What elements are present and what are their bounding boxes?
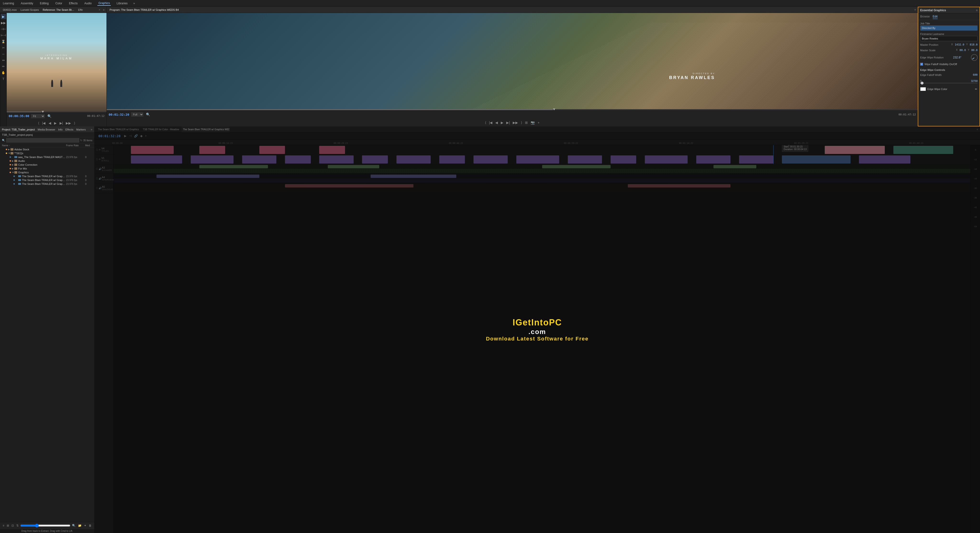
eg-position-x-value[interactable]: 1432.0 xyxy=(955,43,964,46)
clip-title-4[interactable] xyxy=(319,146,345,154)
eg-position-y-value[interactable]: 818.0 xyxy=(970,43,978,46)
project-search-input[interactable] xyxy=(6,138,79,142)
clip-broll-16[interactable] xyxy=(859,155,910,164)
src-play[interactable]: ▶ xyxy=(53,121,57,125)
tree-item-graphics-seq3[interactable]: The Seam Btwn TRAILER w/ Graphics REVISE… xyxy=(0,182,94,186)
footer-freeform-view[interactable]: ⊡ xyxy=(11,524,14,527)
source-tab-lumetri[interactable]: Lumetri Scopes xyxy=(20,8,40,11)
prog-step-back[interactable]: |◀ xyxy=(488,121,493,124)
clip-broll-3[interactable] xyxy=(242,155,276,164)
project-refresh-icon[interactable]: ↻ xyxy=(80,139,82,142)
footer-new-bin[interactable]: 📁 xyxy=(77,524,82,527)
footer-zoom-slider[interactable] xyxy=(20,523,70,528)
eg-rotation-dial[interactable] xyxy=(971,54,978,61)
src-step-back[interactable]: |◀ xyxy=(41,121,46,125)
footer-clear[interactable]: 🗑 xyxy=(88,524,92,527)
menu-libraries[interactable]: Libraries xyxy=(116,1,129,5)
eg-panel-menu[interactable]: ≡ xyxy=(976,9,978,12)
prog-mark-out[interactable]: ⟩ xyxy=(520,121,523,124)
eg-tab-edit[interactable]: Edit xyxy=(932,14,938,19)
project-tab-info[interactable]: Info xyxy=(58,128,62,131)
source-timecode[interactable]: 00:00:35:00 xyxy=(9,114,29,118)
program-timecode[interactable]: 00:01:32:20 xyxy=(109,113,129,116)
clip-broll-8[interactable] xyxy=(439,155,465,164)
source-timeline-bar[interactable] xyxy=(7,112,107,112)
audio-clip-a1-4[interactable] xyxy=(713,165,756,168)
audio-clip-a1-1[interactable] xyxy=(199,165,268,168)
eg-wipe-falloff-checkbox[interactable]: ✓ xyxy=(920,63,923,65)
menu-audio[interactable]: Audio xyxy=(83,1,93,5)
source-tabs-more[interactable]: » xyxy=(99,8,100,11)
eg-color-swatch[interactable] xyxy=(920,87,926,91)
tool-slip[interactable]: ↔ xyxy=(1,51,6,56)
src-mark-in[interactable]: ⟨ xyxy=(37,121,40,125)
menu-color[interactable]: Color xyxy=(54,1,63,5)
source-zoom-in[interactable]: 🔍 xyxy=(47,114,52,118)
source-fit-select[interactable]: Fit 25% 50% 100% xyxy=(31,114,45,118)
prog-add-marker[interactable]: + xyxy=(537,121,540,124)
timeline-tab-1[interactable]: The Seam Btwn TRAILER w/ Graphics xyxy=(96,126,140,132)
prog-mark-in[interactable]: ⟨ xyxy=(484,121,487,124)
prog-next-frame[interactable]: ▶| xyxy=(506,121,511,124)
tree-item-audio[interactable]: ▶ Audio xyxy=(0,159,94,163)
src-next-frame[interactable]: ▶| xyxy=(59,121,64,125)
tool-razor[interactable]: ✂ xyxy=(1,45,6,50)
prog-step-fwd[interactable]: ▶▶ xyxy=(512,121,519,124)
footer-sort[interactable]: ⇅ xyxy=(16,524,19,527)
timeline-timecode[interactable]: 00:01:32:20 xyxy=(98,134,121,138)
src-step-fwd[interactable]: ▶▶ xyxy=(65,121,72,125)
tl-tool-ripple[interactable]: ⊣ xyxy=(128,134,132,138)
tree-item-for-mix[interactable]: ▶ For Mix xyxy=(0,167,94,171)
project-tab-effects[interactable]: Effects xyxy=(65,128,73,131)
clip-title-1[interactable] xyxy=(131,146,174,154)
clip-broll-15[interactable] xyxy=(739,155,773,164)
eg-falloff-slider[interactable] xyxy=(920,83,978,83)
clip-broll-6[interactable] xyxy=(362,155,388,164)
project-panel-menu[interactable]: » xyxy=(91,128,92,131)
prog-prev-frame[interactable]: ◀ xyxy=(495,121,499,124)
menu-learning[interactable]: Learning xyxy=(2,1,15,5)
source-tab-reference[interactable]: Reference: The Seam Btwn TRAILER w/ Grap… xyxy=(42,8,75,11)
eg-edge-falloff-width-value[interactable]: 600 xyxy=(973,73,978,77)
src-prev-frame[interactable]: ◀ xyxy=(48,121,52,125)
source-tab-effects[interactable]: Effe xyxy=(77,8,84,11)
track-a3-icon1[interactable]: ☐ xyxy=(96,187,98,189)
source-tab-mov[interactable]: 00402).mov xyxy=(2,8,18,11)
program-timeline-bar[interactable] xyxy=(107,109,918,110)
menu-assembly[interactable]: Assembly xyxy=(20,1,34,5)
clip-broll-7[interactable] xyxy=(396,155,431,164)
track-v2-icon2[interactable]: 👁 xyxy=(99,148,101,151)
timeline-tab-2[interactable]: TSB TRAILER for Color - Meadow xyxy=(142,126,181,132)
tool-rolling-edit[interactable]: ⊢⊣ xyxy=(1,33,6,38)
tree-item-trailer-master[interactable]: aaa_The Seam Btwn TRAILER MASTER 23.976 … xyxy=(0,155,94,159)
src-mark-out[interactable]: ⟩ xyxy=(73,121,76,125)
source-panel-menu[interactable]: ≡ xyxy=(103,8,105,11)
track-v2-icon1[interactable]: ☐ xyxy=(96,148,98,151)
project-tab-mediabrowser[interactable]: Media Browser xyxy=(38,128,55,131)
footer-new-item[interactable]: ✦ xyxy=(83,524,87,527)
track-a2-icon1[interactable]: ☐ xyxy=(96,177,98,180)
clip-title-5[interactable] xyxy=(825,146,885,154)
audio-clip-a2-1[interactable] xyxy=(156,174,259,178)
program-zoom-in[interactable]: 🔍 xyxy=(145,113,151,116)
tl-tool-add[interactable]: + xyxy=(144,134,148,138)
clip-title-3[interactable] xyxy=(259,146,285,154)
tool-slide[interactable]: ⇔ xyxy=(1,57,6,63)
clip-broll-active[interactable] xyxy=(782,155,850,164)
audio-clip-a2-2[interactable] xyxy=(371,174,456,178)
tool-ripple-edit[interactable]: ⊣⊢ xyxy=(1,26,6,32)
project-tab-project[interactable]: Project: TSB_Trailer_project xyxy=(2,128,35,131)
tree-item-color-correction[interactable]: ▶ Color Correction xyxy=(0,163,94,167)
footer-icon-view[interactable]: ⊞ xyxy=(6,524,10,527)
tl-tool-select[interactable]: ▶ xyxy=(124,134,127,138)
clip-broll-11[interactable] xyxy=(568,155,602,164)
tool-track-select[interactable]: ▶▶ xyxy=(1,20,6,26)
eg-tab-browse[interactable]: Browse xyxy=(920,14,930,19)
prog-safe-margin[interactable]: ⊞ xyxy=(524,121,528,124)
tool-select[interactable]: ▶ xyxy=(1,14,6,19)
footer-search[interactable]: 🔍 xyxy=(71,524,76,527)
footer-list-view[interactable]: ≡ xyxy=(2,524,5,527)
clip-broll-9[interactable] xyxy=(474,155,508,164)
tool-pen[interactable]: ✏ xyxy=(1,64,6,69)
menu-editing[interactable]: Editing xyxy=(39,1,50,5)
